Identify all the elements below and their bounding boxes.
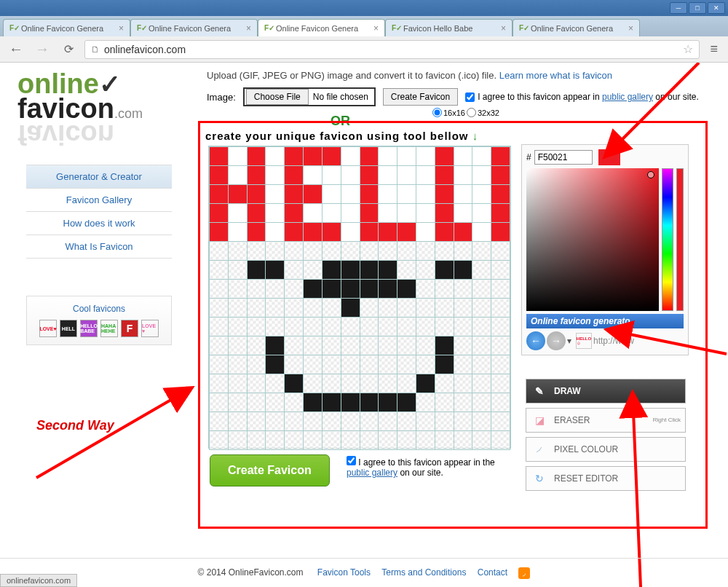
pixel-cell[interactable] — [285, 261, 304, 280]
pixel-cell[interactable] — [266, 393, 285, 412]
pixel-cell[interactable] — [416, 223, 435, 242]
pixel-cell[interactable] — [472, 280, 491, 299]
size-32-radio[interactable] — [467, 108, 476, 117]
pixel-cell[interactable] — [360, 147, 379, 166]
pixel-cell[interactable] — [472, 185, 491, 204]
pixel-cell[interactable] — [341, 280, 360, 299]
pixel-cell[interactable] — [247, 204, 266, 223]
window-maximize[interactable]: □ — [689, 2, 706, 14]
pixel-cell[interactable] — [341, 318, 360, 336]
pixel-cell[interactable] — [491, 280, 510, 299]
pixel-cell[interactable] — [266, 374, 285, 393]
window-close[interactable]: ✕ — [708, 2, 725, 14]
pixel-cell[interactable] — [247, 166, 266, 185]
pixel-cell[interactable] — [472, 431, 491, 450]
site-logo[interactable]: online✓ favicon.com — [17, 71, 143, 122]
pixel-cell[interactable] — [491, 299, 510, 318]
pixel-cell[interactable] — [416, 431, 435, 450]
pixel-cell[interactable] — [472, 355, 491, 374]
pixel-cell[interactable] — [416, 355, 435, 374]
pixel-cell[interactable] — [266, 147, 285, 166]
pixel-cell[interactable] — [322, 242, 341, 261]
pixel-cell[interactable] — [397, 242, 416, 261]
pixel-cell[interactable] — [228, 336, 247, 355]
pixel-cell[interactable] — [322, 185, 341, 204]
pixel-cell[interactable] — [341, 393, 360, 412]
pixel-cell[interactable] — [285, 318, 304, 336]
pixel-cell[interactable] — [266, 261, 285, 280]
pixel-cell[interactable] — [360, 242, 379, 261]
pixel-cell[interactable] — [341, 204, 360, 223]
pixel-cell[interactable] — [379, 336, 397, 355]
cool-favicon-1[interactable]: LOVE♥ — [39, 320, 57, 337]
bookmark-icon[interactable]: ☆ — [683, 42, 693, 56]
pixel-cell[interactable] — [416, 318, 435, 336]
pixel-cell[interactable] — [491, 374, 510, 393]
cool-favicon-4[interactable]: HAHA HEHE — [100, 320, 118, 337]
pixel-cell[interactable] — [360, 299, 379, 318]
pixel-cell[interactable] — [397, 280, 416, 299]
pixel-cell[interactable] — [397, 147, 416, 166]
pixel-cell[interactable] — [397, 261, 416, 280]
pixel-cell[interactable] — [397, 355, 416, 374]
pixel-cell[interactable] — [379, 318, 397, 336]
pixel-cell[interactable] — [304, 374, 323, 393]
size-16-radio[interactable] — [432, 108, 442, 117]
pixel-cell[interactable] — [379, 393, 397, 412]
pixel-cell[interactable] — [285, 204, 304, 223]
pixel-cell[interactable] — [454, 185, 472, 204]
pixel-cell[interactable] — [266, 223, 285, 242]
pixel-cell[interactable] — [266, 242, 285, 261]
pixel-cell[interactable] — [491, 431, 510, 450]
pixel-cell[interactable] — [247, 336, 266, 355]
pixel-cell[interactable] — [341, 431, 360, 450]
pixel-cell[interactable] — [304, 147, 323, 166]
pixel-cell[interactable] — [435, 204, 454, 223]
pixel-cell[interactable] — [472, 147, 491, 166]
pixel-cell[interactable] — [491, 185, 510, 204]
pixel-cell[interactable] — [322, 166, 341, 185]
pixel-cell[interactable] — [247, 412, 266, 431]
pixel-cell[interactable] — [304, 393, 323, 412]
back-button[interactable]: ← — [6, 39, 26, 60]
tab-close-icon[interactable]: × — [501, 23, 506, 34]
pixel-cell[interactable] — [454, 393, 472, 412]
pixel-cell[interactable] — [304, 412, 323, 431]
pixel-cell[interactable] — [285, 336, 304, 355]
pixel-cell[interactable] — [285, 280, 304, 299]
pixel-cell[interactable] — [454, 223, 472, 242]
pixel-cell[interactable] — [341, 355, 360, 374]
pixel-cell[interactable] — [304, 166, 323, 185]
pixel-cell[interactable] — [322, 204, 341, 223]
pixel-cell[interactable] — [472, 261, 491, 280]
url-input[interactable]: 🗋 onlinefavicon.com ☆ — [84, 40, 700, 59]
pixel-cell[interactable] — [379, 374, 397, 393]
pixel-cell[interactable] — [322, 318, 341, 336]
pixel-cell[interactable] — [491, 223, 510, 242]
pixel-cell[interactable] — [304, 280, 323, 299]
browser-tab-1[interactable]: F✓Online Favicon Genera× — [3, 19, 130, 36]
pixel-cell[interactable] — [266, 355, 285, 374]
pixel-colour-tool-button[interactable]: ⟋ PIXEL COLOUR — [526, 437, 686, 462]
pixel-cell[interactable] — [379, 280, 397, 299]
pixel-cell[interactable] — [379, 166, 397, 185]
pixel-cell[interactable] — [266, 185, 285, 204]
sv-cursor[interactable] — [647, 171, 654, 178]
pixel-cell[interactable] — [210, 185, 229, 204]
pixel-cell[interactable] — [285, 393, 304, 412]
pixel-cell[interactable] — [454, 412, 472, 431]
pixel-cell[interactable] — [454, 261, 472, 280]
pixel-cell[interactable] — [304, 336, 323, 355]
pixel-cell[interactable] — [341, 336, 360, 355]
pixel-cell[interactable] — [360, 280, 379, 299]
pixel-cell[interactable] — [247, 431, 266, 450]
pixel-cell[interactable] — [247, 355, 266, 374]
pixel-cell[interactable] — [228, 431, 247, 450]
pixel-cell[interactable] — [304, 242, 323, 261]
pixel-cell[interactable] — [247, 147, 266, 166]
tab-close-icon[interactable]: × — [246, 23, 251, 34]
pixel-cell[interactable] — [472, 204, 491, 223]
pixel-cell[interactable] — [228, 147, 247, 166]
pixel-cell[interactable] — [472, 336, 491, 355]
pixel-cell[interactable] — [472, 412, 491, 431]
